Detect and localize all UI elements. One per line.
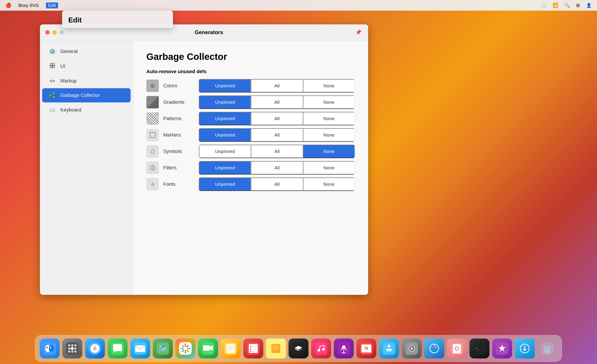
dock-altimeter[interactable]: [424, 339, 444, 358]
settings-pin-button[interactable]: 📌: [354, 28, 363, 37]
markers-segmented-control: Unpinned All None: [199, 128, 355, 142]
svg-rect-96: [546, 344, 549, 346]
settings-window: Generators 📌 ⚙️ General UI <> Markup: [40, 24, 368, 295]
dock-photos[interactable]: [175, 339, 195, 358]
user-icon[interactable]: 👤: [586, 3, 592, 8]
patterns-unpinned-btn[interactable]: Unpinned: [199, 112, 251, 125]
settings-maximize-button[interactable]: [59, 30, 64, 35]
apple-menu[interactable]: 🍎: [5, 2, 11, 8]
dock-news[interactable]: N: [356, 339, 376, 358]
markup-icon: <>: [48, 78, 56, 84]
settings-close-button[interactable]: [45, 30, 50, 35]
sidebar-item-ui[interactable]: UI: [42, 59, 131, 74]
dock-appletv[interactable]: [289, 339, 308, 358]
search-icon[interactable]: 🔍: [564, 3, 570, 8]
svg-point-85: [456, 347, 458, 350]
markers-icon: [146, 129, 159, 141]
svg-rect-8: [149, 147, 157, 155]
sidebar-item-keyboard-label: Keyboard: [60, 107, 81, 113]
fonts-all-btn[interactable]: All: [251, 178, 303, 191]
filters-unpinned-btn[interactable]: Unpinned: [199, 161, 251, 174]
markers-unpinned-btn[interactable]: Unpinned: [199, 128, 251, 142]
menubar-edit[interactable]: Edit: [46, 2, 58, 8]
symbols-all-btn[interactable]: All: [251, 145, 303, 158]
dock-maps[interactable]: 🗺️: [153, 339, 173, 358]
svg-point-41: [184, 347, 187, 350]
dock-reminders[interactable]: [243, 339, 263, 358]
gradients-none-btn[interactable]: None: [303, 96, 355, 109]
dock: 🗺️: [35, 335, 562, 362]
fonts-unpinned-btn[interactable]: Unpinned: [199, 178, 251, 191]
svg-point-24: [71, 347, 74, 350]
dock-appstore[interactable]: [379, 339, 399, 358]
garbage-collector-icon: ♻️: [48, 92, 56, 98]
dock-podcasts[interactable]: [334, 339, 354, 358]
sidebar-item-general-label: General: [60, 48, 78, 54]
settings-window-controls: [45, 30, 64, 35]
symbols-unpinned-btn[interactable]: Unpinned: [199, 145, 251, 158]
svg-point-66: [322, 348, 325, 351]
sidebar-item-garbage-collector[interactable]: ♻️ Garbage Collector: [42, 88, 131, 102]
svg-text:🗺️: 🗺️: [158, 344, 167, 352]
patterns-label: Patterns: [163, 116, 199, 122]
markers-none-btn[interactable]: None: [303, 128, 355, 142]
svg-point-65: [318, 349, 320, 352]
symbols-label: Symbols: [163, 148, 199, 154]
dock-system-preferences[interactable]: [402, 339, 422, 358]
filters-all-btn[interactable]: All: [251, 161, 303, 174]
gradients-unpinned-btn[interactable]: Unpinned: [199, 96, 251, 109]
dock-safari[interactable]: [85, 339, 105, 358]
svg-point-16: [49, 345, 54, 352]
filters-icon: [146, 162, 159, 174]
sidebar-item-general[interactable]: ⚙️ General: [42, 44, 131, 59]
filters-none-btn[interactable]: None: [303, 161, 355, 174]
markers-all-btn[interactable]: All: [251, 128, 303, 142]
menubar: 🍎 Boxy SVG Edit ⬜ 📶 🔍 ⊞ 👤: [0, 0, 597, 11]
dock-messages[interactable]: [108, 339, 127, 358]
dock-terminal[interactable]: >_: [470, 339, 489, 358]
svg-point-17: [46, 347, 48, 348]
patterns-row: Patterns Unpinned All None: [146, 112, 355, 125]
svg-point-27: [71, 350, 73, 353]
general-icon: ⚙️: [48, 48, 56, 54]
colors-unpinned-btn[interactable]: Unpinned: [199, 79, 251, 93]
dock-finder[interactable]: [40, 339, 60, 358]
fonts-row: A Fonts Unpinned All None: [146, 177, 355, 191]
gradients-all-btn[interactable]: All: [251, 96, 303, 109]
filters-segmented-control: Unpinned All None: [199, 161, 355, 175]
fonts-none-btn[interactable]: None: [303, 178, 355, 191]
symbols-none-btn[interactable]: None: [303, 145, 355, 158]
settings-minimize-button[interactable]: [52, 30, 57, 35]
dock-pixelmator[interactable]: [492, 339, 512, 358]
patterns-none-btn[interactable]: None: [303, 112, 355, 125]
sidebar-item-keyboard[interactable]: ⌨️ Keyboard: [42, 103, 131, 117]
gradients-label: Gradients: [163, 99, 199, 105]
symbols-icon: [146, 145, 159, 158]
svg-rect-64: [315, 342, 327, 355]
dock-trash[interactable]: [537, 339, 557, 358]
sidebar-item-markup-label: Markup: [60, 78, 77, 84]
svg-point-26: [68, 350, 70, 353]
menubar-boxy-svg[interactable]: Boxy SVG: [18, 3, 39, 8]
sidebar-item-ui-label: UI: [60, 63, 65, 69]
section-title: Auto-remove unused defs: [146, 69, 355, 75]
dock-preview[interactable]: [447, 339, 467, 358]
patterns-all-btn[interactable]: All: [251, 112, 303, 125]
dock-stickies[interactable]: [266, 339, 286, 358]
markers-row: Markers Unpinned All None: [146, 128, 355, 142]
colors-all-btn[interactable]: All: [251, 79, 303, 93]
dock-launchpad[interactable]: [62, 339, 82, 358]
dock-facetime[interactable]: [198, 339, 218, 358]
svg-point-23: [68, 347, 70, 350]
dock-mail[interactable]: [130, 339, 150, 358]
colors-segmented-control: Unpinned All None: [199, 79, 355, 93]
svg-rect-2: [50, 66, 52, 68]
dock-notes[interactable]: [221, 339, 241, 358]
svg-rect-1: [53, 63, 55, 65]
sidebar-item-markup[interactable]: <> Markup: [42, 74, 131, 88]
colors-none-btn[interactable]: None: [303, 79, 355, 93]
gradients-row: Gradients Unpinned All None: [146, 95, 355, 109]
control-center-icon[interactable]: ⊞: [576, 3, 580, 8]
dock-music[interactable]: [311, 339, 331, 358]
dock-downloader[interactable]: [515, 339, 535, 358]
